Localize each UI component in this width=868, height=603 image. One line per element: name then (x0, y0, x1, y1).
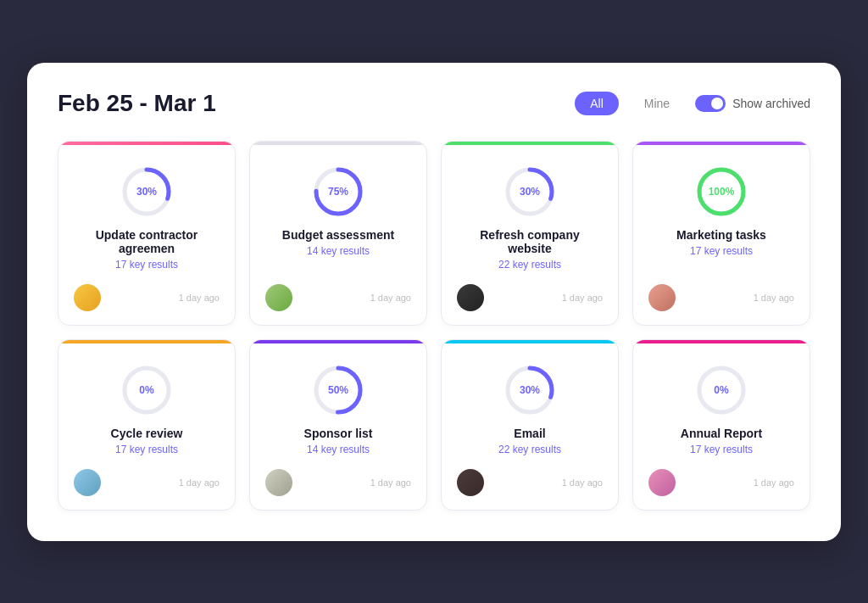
progress-text: 50% (328, 384, 348, 396)
main-container: Feb 25 - Mar 1 All Mine Show archived 30… (27, 63, 841, 541)
card-key-results[interactable]: 17 key results (648, 245, 794, 257)
progress-text: 30% (136, 186, 157, 198)
progress-ring-container: 50% (265, 364, 411, 416)
project-card[interactable]: 0% Cycle review 17 key results 1 day ago (58, 339, 236, 511)
card-footer: 1 day ago (74, 284, 220, 311)
project-card[interactable]: 30% Refresh company website 22 key resul… (441, 141, 619, 326)
project-card[interactable]: 30% Update contractor agreemen 17 key re… (58, 141, 236, 326)
timestamp: 1 day ago (562, 477, 603, 488)
project-card[interactable]: 100% Marketing tasks 17 key results 1 da… (632, 141, 810, 326)
card-footer: 1 day ago (265, 284, 411, 311)
progress-text: 30% (520, 384, 540, 396)
avatar (265, 469, 292, 496)
page-title: Feb 25 - Mar 1 (58, 90, 216, 117)
card-footer: 1 day ago (648, 284, 794, 311)
progress-text: 0% (714, 384, 728, 396)
progress-ring-container: 30% (74, 165, 220, 218)
progress-text: 100% (709, 186, 735, 198)
progress-circle: 50% (312, 364, 364, 416)
card-title: Refresh company website (457, 228, 603, 255)
progress-circle: 75% (312, 165, 364, 218)
progress-circle: 30% (504, 364, 556, 416)
timestamp: 1 day ago (370, 477, 411, 488)
header-controls: All Mine Show archived (575, 92, 810, 115)
avatar (648, 469, 676, 496)
filter-all-button[interactable]: All (575, 92, 619, 115)
progress-circle: 30% (504, 165, 556, 218)
timestamp: 1 day ago (370, 293, 411, 303)
project-card[interactable]: 30% Email 22 key results 1 day ago (441, 339, 619, 511)
progress-ring-container: 100% (648, 165, 794, 218)
card-key-results[interactable]: 17 key results (74, 259, 220, 271)
card-key-results[interactable]: 17 key results (648, 444, 794, 455)
progress-text: 75% (328, 186, 348, 198)
project-card[interactable]: 50% Sponsor list 14 key results 1 day ag… (249, 339, 427, 511)
progress-ring-container: 0% (74, 364, 220, 416)
card-key-results[interactable]: 17 key results (74, 444, 220, 455)
filter-mine-button[interactable]: Mine (629, 92, 685, 115)
timestamp: 1 day ago (179, 293, 220, 303)
timestamp: 1 day ago (754, 293, 794, 303)
avatar (74, 284, 101, 311)
card-footer: 1 day ago (457, 284, 603, 311)
cards-grid: 30% Update contractor agreemen 17 key re… (58, 141, 810, 511)
card-title: Sponsor list (265, 427, 411, 440)
progress-text: 30% (520, 186, 540, 198)
card-key-results[interactable]: 22 key results (457, 444, 603, 455)
timestamp: 1 day ago (562, 293, 603, 303)
avatar (648, 284, 676, 311)
avatar (457, 469, 484, 496)
card-footer: 1 day ago (648, 469, 794, 496)
project-card[interactable]: 75% Budget assessment 14 key results 1 d… (249, 141, 427, 326)
card-title: Update contractor agreemen (74, 228, 220, 255)
avatar (265, 284, 292, 311)
show-archived-toggle-label[interactable]: Show archived (695, 95, 810, 112)
progress-ring-container: 0% (648, 364, 794, 416)
card-title: Budget assessment (265, 228, 411, 242)
progress-circle: 30% (120, 165, 173, 218)
timestamp: 1 day ago (179, 477, 220, 488)
card-key-results[interactable]: 22 key results (457, 259, 603, 271)
card-key-results[interactable]: 14 key results (265, 245, 411, 257)
card-title: Annual Report (648, 427, 794, 440)
card-title: Cycle review (74, 427, 220, 440)
progress-ring-container: 30% (457, 364, 603, 416)
progress-ring-container: 30% (457, 165, 603, 218)
card-title: Email (457, 427, 603, 440)
header: Feb 25 - Mar 1 All Mine Show archived (58, 90, 810, 117)
show-archived-toggle[interactable] (695, 95, 726, 112)
progress-circle: 0% (120, 364, 173, 416)
progress-circle: 0% (695, 364, 748, 416)
progress-ring-container: 75% (265, 165, 411, 218)
timestamp: 1 day ago (754, 477, 794, 488)
card-title: Marketing tasks (648, 228, 794, 242)
avatar (457, 284, 484, 311)
progress-text: 0% (139, 384, 153, 396)
card-footer: 1 day ago (457, 469, 603, 496)
card-footer: 1 day ago (74, 469, 220, 496)
card-key-results[interactable]: 14 key results (265, 444, 411, 455)
progress-circle: 100% (695, 165, 748, 218)
card-footer: 1 day ago (265, 469, 411, 496)
project-card[interactable]: 0% Annual Report 17 key results 1 day ag… (632, 339, 810, 511)
avatar (74, 469, 101, 496)
show-archived-label: Show archived (732, 97, 810, 110)
